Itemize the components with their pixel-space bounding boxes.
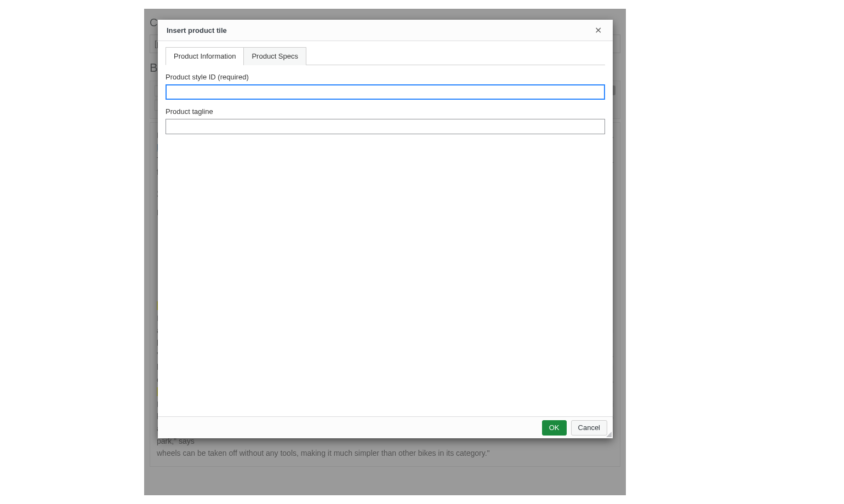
input-product-style-id[interactable] — [166, 84, 605, 100]
close-icon: ✕ — [595, 25, 602, 36]
tab-product-information[interactable]: Product Information — [166, 47, 244, 65]
modal-tabs: Product Information Product Specs — [166, 47, 605, 65]
form-group-tagline: Product tagline — [166, 107, 605, 134]
modal-footer: OK Cancel — [158, 416, 613, 438]
modal-header: Insert product tile ✕ — [158, 20, 613, 41]
label-tagline: Product tagline — [166, 107, 605, 116]
modal-body: Product Information Product Specs Produc… — [158, 41, 613, 416]
modal-title: Insert product tile — [167, 26, 227, 35]
form-group-style-id: Product style ID (required) — [166, 73, 605, 100]
modal-close-button[interactable]: ✕ — [590, 22, 606, 38]
label-style-id: Product style ID (required) — [166, 73, 605, 81]
resize-handle[interactable] — [605, 431, 612, 437]
insert-product-tile-modal: Insert product tile ✕ Product Informatio… — [158, 20, 613, 438]
cancel-button[interactable]: Cancel — [571, 420, 607, 436]
input-product-tagline[interactable] — [166, 119, 605, 134]
ok-button[interactable]: OK — [542, 420, 567, 436]
tab-product-specs[interactable]: Product Specs — [243, 47, 306, 65]
